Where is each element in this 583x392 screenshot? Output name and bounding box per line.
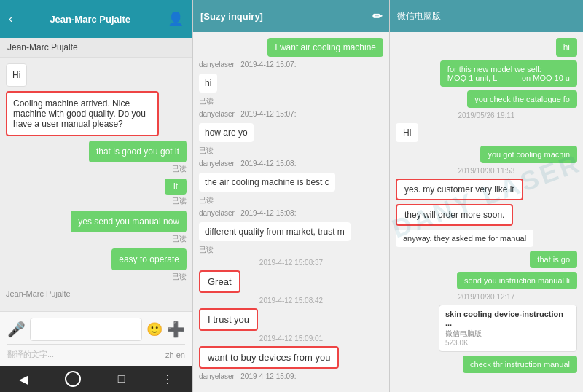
timestamp: 2019-4-12 15:08:42 (259, 297, 323, 305)
contact-name-small: Jean-Marc Pujalte (6, 289, 71, 298)
middle-chat-area[interactable]: I want air cooling machine danyelaser 20… (193, 32, 389, 392)
sender-label: danyelaser 2019-4-12 15:07: (199, 110, 383, 118)
home-nav-icon[interactable] (65, 371, 81, 387)
read-status: 已读 (199, 195, 214, 205)
timestamp: 2019-4-12 15:08:37 (259, 259, 323, 267)
left-chat-area[interactable]: Hi Cooling machine arrived. Nice machine… (0, 58, 192, 311)
read-status: 已读 (172, 234, 187, 244)
timestamp: 2019/10/30 12:17 (458, 293, 515, 301)
list-item: Cooling machine arrived. Nice machine wi… (6, 91, 159, 136)
middle-panel: [Suzy inquiry] ✏ I want air cooling mach… (193, 0, 390, 392)
read-status: 已读 (172, 196, 187, 206)
right-header-title: 微信电脑版 (397, 10, 441, 23)
list-item: hi (556, 38, 577, 57)
emoji-icon[interactable]: 🙂 (146, 321, 163, 337)
voice-icon[interactable]: 🎤 (7, 321, 26, 338)
list-item: yes. my customer very like it (396, 179, 523, 200)
timestamp: 2019/05/26 19:11 (458, 111, 515, 119)
list-item: that is good you got it (89, 141, 187, 162)
list-item: they will order more soon. (396, 204, 513, 226)
left-header: ‹ Jean-Marc Pujalte 👤 (0, 0, 192, 38)
read-status: 已读 (199, 245, 214, 255)
back-nav-icon[interactable]: ◀ (19, 372, 28, 386)
file-card[interactable]: skin cooling device-instruction ... 微信电脑… (439, 305, 577, 352)
translate-label: 翻译的文字... (7, 349, 54, 360)
contact-header-title: Jean-Marc Pujalte (50, 14, 130, 25)
read-status: 已读 (199, 96, 214, 106)
list-item: want to buy devices from you (199, 346, 339, 369)
contact-name: Jean-Marc Pujalte (0, 38, 192, 58)
nav-bar: ◀ □ ⋮ (0, 366, 192, 392)
list-item: Hi (396, 123, 418, 142)
timestamp: 2019-4-12 15:09:01 (259, 334, 323, 342)
list-item: it (165, 179, 187, 195)
read-status: 已读 (172, 272, 187, 282)
list-item: you check the catalogue fo (467, 90, 577, 108)
list-item: for this new model we sell:MOQ 1 unit, L… (440, 60, 577, 87)
list-item: I want air cooling machine (267, 38, 383, 57)
card-size: 523.0K (445, 339, 571, 347)
list-item: hi (199, 74, 217, 93)
sender-label: danyelaser 2019-4-12 15:08: (199, 209, 383, 217)
list-item: different quality from market, trust m (199, 222, 351, 241)
card-subtitle: 微信电脑版 (445, 329, 571, 339)
back-arrow-icon[interactable]: ‹ (9, 12, 12, 26)
list-item: that is go (530, 251, 577, 268)
list-item: how are yo (199, 123, 254, 142)
list-item: send you instruction manual li (457, 272, 577, 289)
add-icon[interactable]: ➕ (167, 321, 185, 338)
list-item: easy to operate (111, 248, 187, 270)
list-item: check thr instruction manual (463, 356, 577, 373)
left-bottom-bar: 🎤 🙂 ➕ 翻译的文字... zh en (0, 311, 192, 366)
menu-nav-icon[interactable]: ⋮ (162, 372, 173, 386)
read-status: 已读 (172, 164, 187, 174)
middle-title: [Suzy inquiry] (200, 11, 263, 22)
list-item: the air cooling machine is best c (199, 173, 335, 192)
edit-icon[interactable]: ✏ (372, 9, 382, 23)
right-header: 微信电脑版 (390, 0, 583, 32)
list-item: you got cooling machin (480, 146, 577, 163)
list-item: I trust you (199, 308, 258, 331)
middle-header: [Suzy inquiry] ✏ (193, 0, 389, 32)
sender-label: danyelaser 2019-4-12 15:08: (199, 160, 383, 168)
read-status: 已读 (199, 146, 214, 156)
lang-selector[interactable]: zh en (165, 350, 185, 359)
list-item: Hi (6, 63, 27, 87)
list-item: anyway. they asked me for manual (396, 230, 533, 247)
left-panel: ‹ Jean-Marc Pujalte 👤 Jean-Marc Pujalte … (0, 0, 193, 392)
recents-nav-icon[interactable]: □ (118, 372, 125, 385)
right-chat-area[interactable]: hi for this new model we sell:MOQ 1 unit… (390, 32, 583, 392)
list-item: yes send you manual now (71, 211, 187, 232)
list-item: Great (199, 270, 240, 293)
card-title: skin cooling device-instruction ... (445, 310, 571, 327)
right-panel: DANY LASER 微信电脑版 hi for this new model w… (390, 0, 583, 392)
sender-label: danyelaser 2019-4-12 15:09: (199, 372, 383, 380)
timestamp: 2019/10/30 11:53 (458, 167, 515, 175)
person-icon[interactable]: 👤 (168, 11, 184, 27)
sender-label: danyelaser 2019-4-12 15:07: (199, 60, 383, 68)
